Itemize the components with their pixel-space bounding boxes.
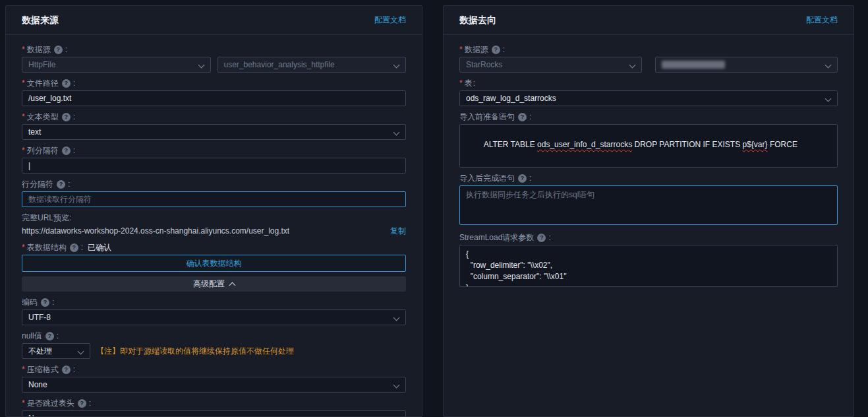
row-delimiter-input[interactable] bbox=[22, 191, 406, 207]
advanced-config-button[interactable]: 高级配置 bbox=[22, 276, 406, 292]
panel-target: 数据去向 配置文档 * 数据源 ? : StarRocks bbox=[443, 5, 854, 417]
post-sql-label: 导入后完成语句 bbox=[459, 173, 515, 184]
source-doc-link[interactable]: 配置文档 bbox=[374, 15, 406, 26]
file-path-label: 文件路径 bbox=[27, 78, 59, 89]
table-structure-label: 表数据结构 bbox=[27, 242, 67, 253]
column-delimiter-input[interactable] bbox=[22, 158, 406, 174]
info-icon[interactable]: ? bbox=[62, 146, 71, 155]
column-delimiter-group: * 列分隔符 ? : bbox=[22, 145, 406, 174]
target-datasource-label: 数据源 bbox=[465, 44, 488, 55]
target-table-select[interactable]: ods_raw_log_d_starrocks bbox=[459, 90, 838, 106]
column-delimiter-label: 列分隔符 bbox=[27, 145, 59, 156]
info-icon[interactable]: ? bbox=[62, 79, 71, 88]
streamload-label: StreamLoad请求参数 bbox=[459, 232, 534, 243]
chevron-down-icon bbox=[629, 62, 636, 69]
null-value-group: null值 ? : 不处理 【注】即对于源端读取的值将继续保持原值不做任何处理 bbox=[22, 331, 406, 359]
target-header: 数据去向 配置文档 bbox=[444, 6, 854, 35]
info-icon[interactable]: ? bbox=[41, 298, 49, 307]
source-datasource-name-select[interactable]: user_behavior_analysis_httpfile bbox=[217, 57, 407, 73]
chevron-down-icon bbox=[393, 315, 400, 321]
required-mark: * bbox=[459, 79, 463, 88]
chevron-down-icon bbox=[825, 96, 832, 102]
info-icon[interactable]: ? bbox=[537, 234, 546, 242]
file-path-input[interactable] bbox=[22, 90, 406, 106]
source-datasource-group: * 数据源 ? : HttpFile user_behavior_analysi… bbox=[22, 44, 406, 73]
post-sql-textarea[interactable] bbox=[459, 185, 838, 225]
pre-sql-editor[interactable]: ALTER TABLE ods_user_info_d_starrocks DR… bbox=[459, 124, 838, 168]
chevron-up-icon bbox=[229, 282, 236, 289]
source-title: 数据来源 bbox=[22, 15, 59, 26]
text-type-group: * 文本类型 ? : text bbox=[22, 112, 406, 140]
pre-sql-label: 导入前准备语句 bbox=[459, 112, 515, 123]
url-preview-group: 完整URL预览: https://dataworks-workshop-2024… bbox=[22, 212, 406, 237]
streamload-group: StreamLoad请求参数 ? : { "row_delimiter": "\… bbox=[459, 232, 838, 287]
chevron-down-icon bbox=[198, 62, 204, 69]
panel-source: 数据来源 配置文档 * 数据源 ? : HttpFile user_ bbox=[5, 5, 422, 417]
chevron-down-icon bbox=[393, 62, 400, 69]
required-mark: * bbox=[22, 365, 25, 374]
url-preview-value: https://dataworks-workshop-2024.oss-cn-s… bbox=[22, 226, 289, 236]
required-mark: * bbox=[22, 146, 25, 155]
info-icon[interactable]: ? bbox=[62, 366, 71, 374]
table-structure-group: * 表数据结构 ? : 已确认 确认表数据结构 高级配置 bbox=[22, 242, 406, 292]
source-datasource-label: 数据源 bbox=[27, 44, 51, 55]
url-preview-label: 完整URL预览: bbox=[22, 212, 71, 224]
info-icon[interactable]: ? bbox=[518, 113, 527, 121]
required-mark: * bbox=[22, 45, 25, 54]
source-header: 数据来源 配置文档 bbox=[6, 6, 422, 35]
compression-select[interactable]: None bbox=[22, 377, 406, 393]
target-title: 数据去向 bbox=[459, 15, 496, 26]
pre-sql-content: ALTER TABLE ods_user_info_d_starrocks DR… bbox=[484, 140, 797, 149]
table-structure-status: 已确认 bbox=[88, 242, 111, 253]
info-icon[interactable]: ? bbox=[45, 332, 54, 340]
info-icon[interactable]: ? bbox=[492, 46, 500, 54]
source-datasource-type-select[interactable]: HttpFile bbox=[22, 57, 211, 73]
required-mark: * bbox=[22, 399, 25, 408]
required-mark: * bbox=[22, 79, 25, 88]
chevron-down-icon bbox=[393, 382, 400, 389]
copy-link[interactable]: 复制 bbox=[390, 226, 406, 237]
redacted-value bbox=[662, 61, 725, 69]
target-datasource-name-select[interactable] bbox=[655, 57, 838, 73]
chevron-down-icon bbox=[825, 62, 832, 69]
target-table-group: * 表 : ods_raw_log_d_starrocks bbox=[459, 78, 838, 106]
info-icon[interactable]: ? bbox=[518, 174, 527, 183]
target-datasource-type-select[interactable]: StarRocks bbox=[459, 57, 642, 73]
info-icon[interactable]: ? bbox=[78, 399, 86, 408]
skip-header-select[interactable]: No bbox=[22, 410, 406, 417]
row-delimiter-group: 行分隔符 ? : bbox=[22, 179, 406, 207]
confirm-table-structure-button[interactable]: 确认表数据结构 bbox=[22, 255, 406, 272]
text-type-select[interactable]: text bbox=[22, 124, 406, 140]
target-table-label: 表 bbox=[465, 78, 473, 89]
streamload-params-editor[interactable]: { "row_delimiter": "\\x02", "column_sepa… bbox=[459, 245, 838, 287]
info-icon[interactable]: ? bbox=[70, 243, 78, 252]
text-type-label: 文本类型 bbox=[27, 112, 59, 123]
target-datasource-group: * 数据源 ? : StarRocks bbox=[459, 44, 838, 73]
encoding-label: 编码 bbox=[22, 297, 38, 308]
target-doc-link[interactable]: 配置文档 bbox=[806, 15, 838, 26]
required-mark: * bbox=[459, 45, 463, 54]
compression-label: 压缩格式 bbox=[27, 364, 59, 375]
required-mark: * bbox=[22, 243, 25, 252]
encoding-select[interactable]: UTF-8 bbox=[22, 309, 406, 325]
info-icon[interactable]: ? bbox=[54, 46, 63, 54]
chevron-down-icon bbox=[78, 348, 84, 355]
skip-header-label: 是否跳过表头 bbox=[27, 398, 74, 409]
chevron-down-icon bbox=[393, 129, 400, 136]
required-mark: * bbox=[22, 112, 25, 121]
encoding-group: 编码 ? : UTF-8 bbox=[22, 297, 406, 325]
file-path-group: * 文件路径 ? : bbox=[22, 78, 406, 106]
null-value-label: null值 bbox=[22, 331, 42, 342]
info-icon[interactable]: ? bbox=[62, 113, 71, 121]
info-icon[interactable]: ? bbox=[57, 180, 65, 189]
compression-group: * 压缩格式 ? : None bbox=[22, 364, 406, 393]
row-delimiter-label: 行分隔符 bbox=[22, 179, 53, 190]
null-handling-note: 【注】即对于源端读取的值将继续保持原值不做任何处理 bbox=[96, 346, 294, 357]
null-handling-select[interactable]: 不处理 bbox=[22, 343, 90, 359]
pre-sql-group: 导入前准备语句 ? : ALTER TABLE ods_user_info_d_… bbox=[459, 112, 838, 168]
post-sql-group: 导入后完成语句 ? : bbox=[459, 173, 838, 227]
skip-header-group: * 是否跳过表头 ? : No bbox=[22, 398, 406, 417]
